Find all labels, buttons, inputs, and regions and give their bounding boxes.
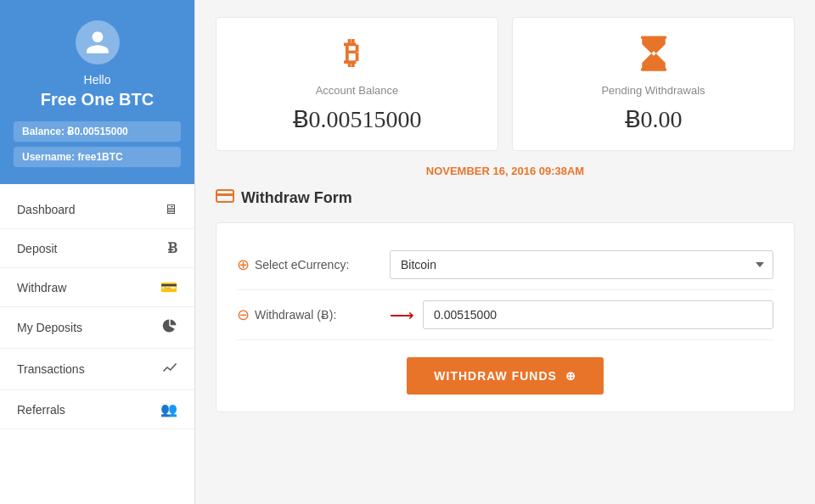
withdrawal-input[interactable]: [423, 300, 773, 329]
account-balance-value: Ƀ0.00515000: [293, 105, 422, 133]
avatar: [76, 20, 120, 64]
pending-withdrawals-label: Pending Withdrawals: [601, 84, 705, 97]
username-value: free1BTC: [77, 151, 122, 163]
username-label: Username:: [22, 151, 75, 163]
currency-label-text: Select eCurrency:: [255, 258, 349, 272]
sidebar-item-dashboard[interactable]: Dashboard 🖥: [0, 191, 194, 229]
sidebar-item-transactions[interactable]: Transactions: [0, 349, 194, 390]
display-username: Free One BTC: [14, 90, 181, 109]
sidebar: Hello Free One BTC Balance: Ƀ0.00515000 …: [0, 0, 195, 504]
deposit-label: Deposit: [17, 242, 57, 255]
balance-badge: Balance: Ƀ0.00515000: [14, 121, 181, 142]
bitcoin-icon: Ƀ: [167, 240, 177, 256]
my-deposits-label: My Deposits: [17, 321, 82, 334]
withdraw-label: Withdraw: [17, 281, 66, 294]
chart-pie-icon: [162, 318, 177, 337]
withdraw-form-title: Withdraw Form: [241, 189, 352, 207]
minus-circle-icon: ⊖: [237, 305, 250, 324]
account-balance-label: Account Balance: [316, 84, 399, 97]
currency-control: Bitcoin Ethereum Litecoin: [390, 250, 773, 279]
card-icon: 💳: [160, 279, 177, 295]
sidebar-item-deposit[interactable]: Deposit Ƀ: [0, 229, 194, 268]
sidebar-header: Hello Free One BTC Balance: Ƀ0.00515000 …: [0, 0, 194, 184]
dashboard-label: Dashboard: [17, 203, 76, 216]
balance-cards: ₿ Account Balance Ƀ0.00515000 Pending Wi…: [216, 17, 795, 151]
main-content: ₿ Account Balance Ƀ0.00515000 Pending Wi…: [195, 0, 815, 504]
svg-rect-1: [640, 36, 666, 38]
account-balance-card: ₿ Account Balance Ƀ0.00515000: [216, 17, 498, 151]
chart-line-icon: [162, 360, 177, 378]
transactions-label: Transactions: [17, 362, 85, 376]
pending-withdrawals-value: Ƀ0.00: [625, 105, 683, 133]
username-badge: Username: free1BTC: [14, 147, 181, 167]
currency-label: ⊕ Select eCurrency:: [237, 255, 390, 274]
bitcoin-large-icon: ₿: [339, 35, 376, 77]
withdraw-button-label: WITHDRAW FUNDS: [434, 369, 557, 383]
monitor-icon: 🖥: [164, 202, 177, 217]
withdraw-funds-button[interactable]: WITHDRAW FUNDS ⊕: [407, 357, 603, 395]
button-row: WITHDRAW FUNDS ⊕: [237, 340, 773, 395]
svg-rect-2: [640, 68, 666, 70]
svg-text:₿: ₿: [343, 36, 358, 70]
datetime-display: NOVEMBER 16, 2016 09:38AM: [216, 165, 795, 177]
currency-row: ⊕ Select eCurrency: Bitcoin Ethereum Lit…: [237, 240, 773, 290]
add-circle-icon: ⊕: [237, 255, 250, 274]
balance-label: Balance:: [22, 126, 65, 137]
arrow-right-icon: ⟶: [390, 305, 414, 325]
currency-select[interactable]: Bitcoin Ethereum Litecoin: [390, 250, 773, 279]
users-icon: 👥: [160, 401, 177, 417]
greeting-text: Hello: [14, 73, 181, 87]
balance-value: Ƀ0.00515000: [67, 126, 127, 137]
withdrawal-label: ⊖ Withdrawal (Ƀ):: [237, 305, 390, 324]
sidebar-item-withdraw[interactable]: Withdraw 💳: [0, 268, 194, 307]
card-form-icon: [216, 189, 234, 207]
sidebar-item-my-deposits[interactable]: My Deposits: [0, 307, 194, 349]
hourglass-icon: [635, 35, 672, 77]
withdraw-form: ⊕ Select eCurrency: Bitcoin Ethereum Lit…: [216, 222, 795, 412]
withdraw-form-header: Withdraw Form: [216, 189, 795, 207]
sidebar-info: Balance: Ƀ0.00515000 Username: free1BTC: [14, 121, 181, 167]
pending-withdrawals-card: Pending Withdrawals Ƀ0.00: [512, 17, 795, 151]
referrals-label: Referrals: [17, 403, 65, 417]
svg-rect-4: [216, 193, 233, 196]
sidebar-item-referrals[interactable]: Referrals 👥: [0, 390, 194, 429]
withdrawal-control: ⟶: [390, 300, 773, 329]
sidebar-nav: Dashboard 🖥 Deposit Ƀ Withdraw 💳 My Depo…: [0, 184, 194, 504]
withdrawal-row: ⊖ Withdrawal (Ƀ): ⟶: [237, 290, 773, 340]
withdrawal-label-text: Withdrawal (Ƀ):: [255, 308, 336, 322]
